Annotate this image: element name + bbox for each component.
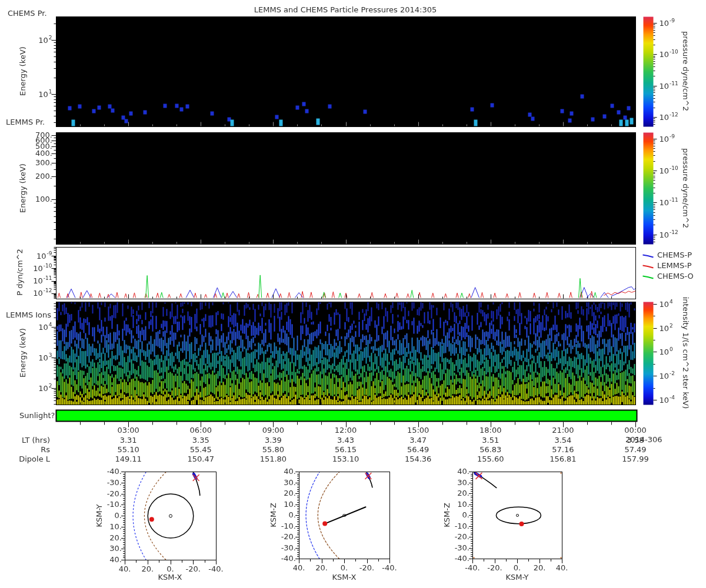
orbit-b-ytick-label: 40. xyxy=(284,467,296,476)
orbit-c-xtick-label: 0. xyxy=(514,563,521,572)
axis-row-value: 57.16 xyxy=(552,445,574,454)
orbit-a-ytick-label: 0. xyxy=(115,511,122,520)
axis-row-value: 3.39 xyxy=(265,436,282,445)
orbit-a-xtick-label: 40. xyxy=(119,564,131,573)
orbit-a-xtick-label: -20. xyxy=(186,564,201,573)
orbit-b-ylabel: KSM-Z xyxy=(269,503,278,527)
axis-row-value: 3.35 xyxy=(192,436,209,445)
panel2-ytick-label: 100. xyxy=(35,195,52,203)
axis-row-value: 56.15 xyxy=(335,445,357,454)
panel1-ylabel: Energy (keV) xyxy=(18,46,27,96)
time-tick-label: 06:00 xyxy=(190,426,212,435)
time-tick-label: 12:00 xyxy=(335,426,357,435)
orbit-c-xtick-label: -40. xyxy=(465,563,479,572)
panel3-ylabel: P dyn/cm^2 xyxy=(15,249,24,296)
orbit-c-xlabel: KSM-Y xyxy=(505,573,528,582)
axis-row-value: 55.80 xyxy=(262,445,284,454)
orbit-b-ytick-label: -10. xyxy=(281,522,296,530)
orbit-a-ytick-label: -30. xyxy=(107,478,122,487)
axis-row-value: 56.83 xyxy=(479,445,501,454)
axis-row-value: 154.36 xyxy=(405,455,432,463)
figure-title: LEMMS and CHEMS Particle Pressures 2014:… xyxy=(254,5,437,14)
orbit-c-ytick-label: 20. xyxy=(457,489,469,497)
axis-row-value: 56.49 xyxy=(407,445,429,454)
colorbar2-unit-label: pressure dyne/cm^2 xyxy=(681,148,690,228)
orbit-c-ytick-label: 40. xyxy=(457,467,469,476)
axis-row-value: 3.58 xyxy=(627,436,644,445)
row-header-rs: Rs xyxy=(41,445,50,454)
axis-row-value: 57.49 xyxy=(624,445,646,454)
orbit-c-xtick-label: 40. xyxy=(556,563,568,572)
colorbar3-unit-label: intensity 1/(s cm^2 ster keV) xyxy=(681,297,690,409)
legend-item-lemms-p: LEMMS-P xyxy=(657,261,692,270)
orbit-c-ytick-label: 10. xyxy=(457,500,469,509)
orbit-b-xtick-label: 0. xyxy=(341,563,348,572)
axis-row-value: 151.80 xyxy=(260,455,287,463)
axis-row-value: 55.45 xyxy=(190,445,212,454)
panel2-label: LEMMS Pr. xyxy=(6,118,45,126)
orbit-c-ytick-label: -10. xyxy=(455,522,469,530)
orbit-b-ytick-label: 0. xyxy=(289,510,296,519)
orbit-b-ytick-label: -30. xyxy=(281,543,296,552)
legend-item-chems-p: CHEMS-P xyxy=(657,250,692,259)
orbit-c-ytick-label: -20. xyxy=(455,532,469,541)
orbit-c-ytick-label: 30. xyxy=(457,478,469,487)
row-header-lt: LT (hrs) xyxy=(22,436,50,445)
panel4-label: LEMMS Ions xyxy=(6,310,51,319)
orbit-c-ytick-label: 0. xyxy=(462,510,469,519)
time-tick-label: 21:00 xyxy=(552,426,574,435)
axis-row-value: 3.47 xyxy=(409,436,427,445)
time-tick-label: 18:00 xyxy=(479,426,501,435)
axis-row-value: 150.47 xyxy=(188,455,215,463)
axis-row-value: 3.54 xyxy=(554,436,571,445)
colorbar1-unit-label: pressure dyne/cm^2 xyxy=(681,31,690,111)
axis-row-value: 3.43 xyxy=(337,436,354,445)
panel4-ylabel: Energy (keV) xyxy=(18,328,27,377)
orbit-a-ytick-label: 30. xyxy=(109,544,122,553)
plot-canvas xyxy=(0,0,706,588)
orbit-b-xtick-label: 40. xyxy=(293,563,305,572)
orbit-a-ytick-label: -10. xyxy=(107,500,122,509)
axis-row-value: 3.51 xyxy=(482,436,499,445)
axis-row-value: 3.31 xyxy=(120,436,137,445)
legend-item-chems-o: CHEMS-O xyxy=(657,272,694,280)
orbit-a-xtick-label: 20. xyxy=(141,564,154,573)
panel2-ytick-label: 200. xyxy=(35,172,52,181)
orbit-a-xtick-label: 0. xyxy=(166,564,174,573)
orbit-c-ytick-label: -30. xyxy=(455,543,469,552)
orbit-b-xtick-label: -20. xyxy=(359,563,374,572)
panel2-ytick-label: 300. xyxy=(35,158,52,167)
panel2-ytick-label: 400. xyxy=(35,149,52,158)
figure-root: LEMMS and CHEMS Particle Pressures 2014:… xyxy=(0,0,706,588)
axis-row-value: 153.10 xyxy=(332,455,359,463)
axis-row-value: 157.99 xyxy=(622,455,649,463)
orbit-b-xtick-label: -40. xyxy=(382,563,397,572)
axis-row-value: 156.81 xyxy=(550,455,577,463)
axis-row-value: 155.60 xyxy=(477,455,504,463)
orbit-b-xlabel: KSM-X xyxy=(332,573,357,582)
orbit-a-ytick-label: 20. xyxy=(109,533,122,542)
row-header-dipole-l: Dipole L xyxy=(19,455,50,463)
orbit-c-xtick-label: 20. xyxy=(534,563,546,572)
orbit-c-ytick-label: -40. xyxy=(455,554,469,563)
time-tick-label: 03:00 xyxy=(117,426,139,435)
axis-row-value: 55.10 xyxy=(118,445,139,454)
orbit-a-ytick-label: -40. xyxy=(107,467,122,476)
time-tick-label: 00:00 xyxy=(624,426,646,435)
orbit-c-xtick-label: -20. xyxy=(487,563,502,572)
orbit-a-ytick-label: -20. xyxy=(107,489,122,498)
orbit-b-ytick-label: 30. xyxy=(284,478,296,487)
orbit-b-xtick-label: 20. xyxy=(315,563,328,572)
panel2-ylabel: Energy (keV) xyxy=(18,163,27,213)
orbit-a-ylabel: KSM-Y xyxy=(95,504,104,527)
orbit-c-ylabel: KSM-Z xyxy=(442,503,451,527)
orbit-b-ytick-label: 20. xyxy=(284,489,296,497)
orbit-a-ytick-label: 10. xyxy=(109,522,122,531)
time-tick-label: 15:00 xyxy=(407,426,429,435)
orbit-b-ytick-label: 10. xyxy=(284,500,296,509)
sunlight-label: Sunlight? xyxy=(19,411,55,420)
panel1-label: CHEMS Pr. xyxy=(8,9,47,18)
orbit-a-xlabel: KSM-X xyxy=(158,573,182,582)
orbit-a-xtick-label: -40. xyxy=(208,564,223,573)
orbit-a-ytick-label: 40. xyxy=(109,555,122,564)
